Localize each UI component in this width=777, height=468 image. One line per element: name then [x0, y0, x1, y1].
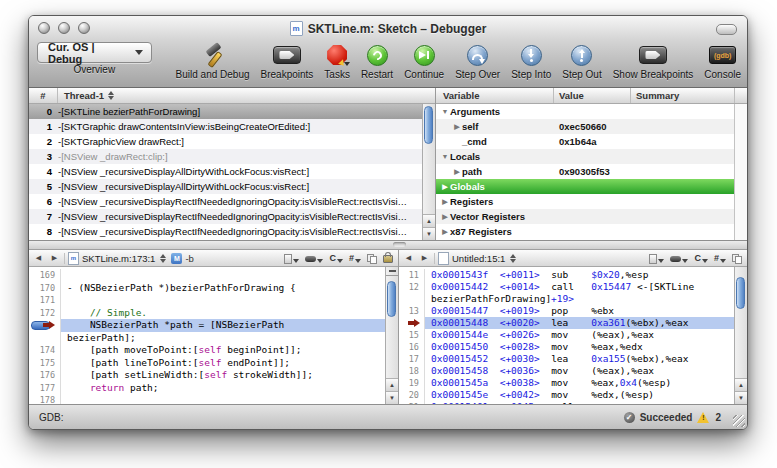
gutter[interactable]: 171 — [29, 294, 61, 307]
scroll-down-button[interactable]: ▼ — [423, 227, 435, 240]
gutter[interactable]: 17 — [399, 353, 425, 365]
disclosure-triangle[interactable]: ▶ — [440, 179, 450, 194]
bookmarks-icon[interactable] — [670, 252, 688, 264]
disclosure-triangle[interactable]: ▶ — [440, 209, 450, 224]
scrollbar-thumb[interactable] — [736, 277, 745, 309]
overview-popup[interactable]: Cur. OS | Debug — [37, 42, 152, 63]
stack-frame-row-1[interactable]: 1-[SKTGraphic drawContentsInView:isBeing… — [29, 119, 422, 134]
counterpart-icon[interactable] — [284, 252, 299, 264]
split-editor-handle[interactable] — [386, 267, 398, 276]
gutter[interactable]: 174 — [29, 344, 61, 357]
gutter[interactable]: 172 — [29, 307, 61, 320]
stack-frame-row-7[interactable]: 7-[NSView _recursiveDisplayRectIfNeededI… — [29, 209, 422, 224]
disclosure-triangle[interactable]: ▶ — [452, 164, 462, 179]
variable-row-path[interactable]: ▶path0x90305f53 — [436, 164, 734, 179]
toolbar-button-show-breakpoints[interactable]: Show Breakpoints — [613, 42, 694, 80]
toolbar-toggle-button[interactable] — [716, 24, 737, 35]
thread-number-column-header[interactable]: # — [29, 88, 58, 103]
scroll-up-button[interactable]: ▲ — [735, 378, 747, 391]
gutter[interactable] — [29, 332, 61, 345]
gutter[interactable]: 178 — [29, 394, 61, 404]
jump-bar-location[interactable]: SKTLine.m:173:1 — [82, 253, 155, 264]
value-column-header[interactable]: Value — [554, 88, 631, 103]
scroll-down-button[interactable]: ▼ — [735, 391, 747, 404]
toolbar-button-step-out[interactable]: Step Out — [562, 42, 601, 80]
variable-row-registers[interactable]: ▶Registers — [436, 194, 734, 209]
toolbar-button-continue[interactable]: Continue — [404, 42, 444, 80]
gutter[interactable] — [399, 317, 425, 329]
disclosure-triangle[interactable]: ▶ — [440, 194, 450, 209]
minimize-button[interactable] — [58, 22, 70, 34]
function-popup[interactable]: -b — [185, 253, 193, 264]
toolbar-button-console[interactable]: (gdb)Console — [704, 42, 741, 80]
disclosure-triangle[interactable]: ▼ — [440, 149, 450, 164]
gutter[interactable]: 170 — [29, 282, 61, 295]
close-button[interactable] — [38, 22, 50, 34]
forward-button[interactable]: ▶ — [418, 254, 431, 262]
scrollbar-thumb[interactable] — [387, 281, 396, 317]
scrollbar-thumb[interactable] — [424, 106, 433, 144]
line-stepper[interactable] — [510, 254, 516, 263]
line-stepper[interactable] — [160, 254, 166, 263]
variable-row-x87-registers[interactable]: ▶x87 Registers — [436, 224, 734, 239]
disclosure-triangle[interactable]: ▶ — [440, 224, 450, 239]
variable-row-self[interactable]: ▶self0xec50660 — [436, 119, 734, 134]
scroll-down-button[interactable]: ▼ — [386, 391, 398, 404]
forward-button[interactable]: ▶ — [48, 254, 61, 262]
gutter[interactable]: 18 — [399, 365, 425, 377]
scroll-up-button[interactable]: ▲ — [423, 214, 435, 227]
toolbar-button-build-and-debug[interactable]: Build and Debug — [176, 42, 250, 80]
warning-count[interactable]: 2 — [715, 412, 721, 423]
gutter[interactable]: 11 — [399, 269, 425, 281]
variable-row-locals[interactable]: ▼Locals — [436, 149, 734, 164]
stack-frame-row-5[interactable]: 5-[NSView _recursiveDisplayAllDirtyWithL… — [29, 179, 422, 194]
stack-frame-row-6[interactable]: 6-[NSView _recursiveDisplayRectIfNeededI… — [29, 194, 422, 209]
back-button[interactable]: ◀ — [32, 254, 45, 262]
variable-row-vector-registers[interactable]: ▶Vector Registers — [436, 209, 734, 224]
gutter[interactable]: 16 — [399, 341, 425, 353]
marks-popup-icon[interactable]: # — [714, 252, 726, 264]
gutter[interactable]: 175 — [29, 357, 61, 370]
class-popup-icon[interactable]: C — [329, 252, 343, 264]
jump-bar-location[interactable]: Untitled:15:1 — [452, 253, 505, 264]
class-popup-icon[interactable]: C — [694, 252, 708, 264]
gutter[interactable]: 169 — [29, 269, 61, 282]
toolbar-button-step-over[interactable]: Step Over — [455, 42, 500, 80]
scroll-up-button[interactable]: ▲ — [386, 378, 398, 391]
disassembly-scrollbar[interactable]: ▲ ▼ — [734, 267, 747, 404]
summary-column-header[interactable]: Summary — [631, 88, 734, 103]
variable-row--cmd[interactable]: _cmd0x1b64a — [436, 134, 734, 149]
variable-column-header[interactable]: Variable — [436, 88, 554, 103]
toolbar-button-tasks[interactable]: Tasks — [324, 42, 350, 80]
gutter[interactable]: 15 — [399, 329, 425, 341]
stack-frame-row-0[interactable]: 0-[SKTLine bezierPathForDrawing] — [29, 104, 422, 119]
toolbar-button-breakpoints[interactable]: Breakpoints — [261, 42, 314, 80]
gutter[interactable]: 177 — [29, 382, 61, 395]
gutter[interactable]: 176 — [29, 369, 61, 382]
stack-frame-row-3[interactable]: 3-[NSView _drawRect:clip:] — [29, 149, 422, 164]
source-editor-body[interactable]: 169170- (NSBezierPath *)bezierPathForDra… — [29, 267, 398, 404]
bookmarks-icon[interactable] — [305, 252, 323, 264]
variables-scrollbar-track[interactable] — [734, 104, 747, 240]
disclosure-triangle[interactable]: ▼ — [440, 104, 450, 119]
stack-frame-row-8[interactable]: 8-[NSView _recursiveDisplayRectIfNeededI… — [29, 224, 422, 239]
included-files-icon[interactable] — [732, 252, 742, 264]
gutter[interactable]: 20 — [399, 389, 425, 401]
marks-popup-icon[interactable]: # — [349, 252, 361, 264]
variable-row-globals[interactable]: ▶Globals — [436, 179, 734, 194]
resize-grip[interactable] — [733, 415, 745, 427]
gutter[interactable]: 12 — [399, 281, 425, 293]
titlebar[interactable]: m SKTLine.m: Sketch – Debugger — [29, 16, 747, 41]
stack-frame-row-2[interactable]: 2-[SKTGraphicView drawRect:] — [29, 134, 422, 149]
source-scrollbar[interactable]: ▲ ▼ — [385, 267, 398, 404]
splitter-dimple[interactable] — [393, 242, 406, 247]
thread-list-scrollbar[interactable]: ▲ ▼ — [422, 104, 435, 240]
gutter[interactable]: 13 — [399, 305, 425, 317]
zoom-button[interactable] — [78, 22, 90, 34]
included-files-icon[interactable] — [367, 252, 377, 264]
gutter[interactable] — [29, 319, 61, 332]
back-button[interactable]: ◀ — [402, 254, 415, 262]
gutter[interactable] — [399, 293, 425, 305]
toolbar-button-step-into[interactable]: Step Into — [511, 42, 551, 80]
warning-icon[interactable] — [697, 412, 710, 423]
